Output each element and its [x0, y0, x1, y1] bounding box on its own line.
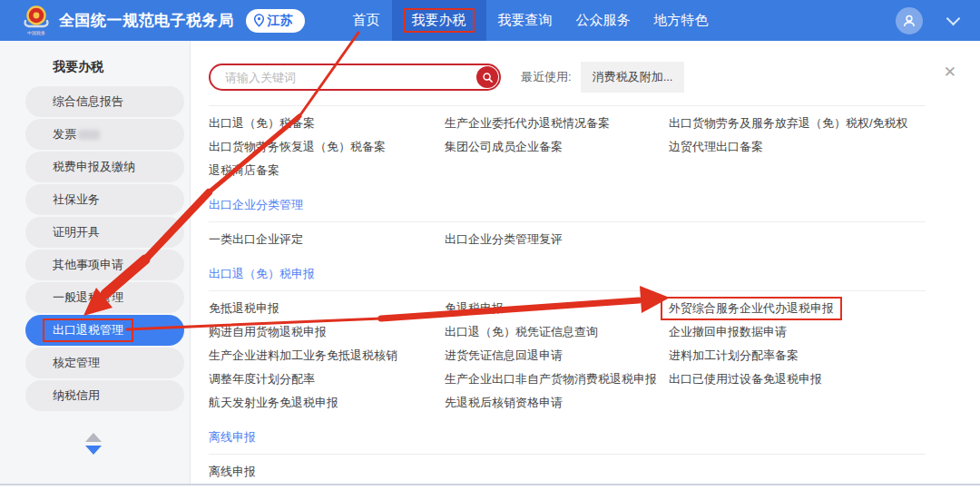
service-link-row: 退税商店备案	[209, 159, 926, 182]
search-input[interactable]	[223, 70, 445, 85]
service-link-cell: 出口已使用过设备免退税申报	[669, 368, 926, 391]
service-link[interactable]: 航天发射业务免退税申报	[209, 395, 338, 411]
sidebar-item-label: 证明开具	[53, 224, 100, 240]
service-link-cell: 免退税申报	[445, 297, 669, 320]
sidebar-title: 我要办税	[0, 59, 190, 75]
service-link[interactable]: 免退税申报	[445, 300, 504, 317]
service-link-row: 生产企业进料加工业务免抵退税核销进货凭证信息回退申请进料加工计划分配率备案	[209, 344, 926, 368]
page-body: 我要办税 综合信息报告发票税费申报及缴纳社保业务证明开具其他事项申请一般退税管理…	[0, 41, 980, 484]
service-link-row: 免抵退税申报免退税申报外贸综合服务企业代办退税申报	[209, 297, 926, 320]
service-link[interactable]: 出口货物劳务恢复退（免）税备案	[209, 139, 386, 155]
service-link-cell: 进料加工计划分配率备案	[669, 344, 926, 368]
tax-bureau-window: 中国税务 全国统一规范电子税务局 江苏 首页我要办税我要查询公众服务地方特色 我…	[0, 0, 980, 490]
service-link[interactable]: 边贸代理出口备案	[669, 139, 763, 155]
nav-item[interactable]: 首页	[341, 0, 392, 41]
sidebar-item-label: 发票	[53, 126, 76, 142]
service-link[interactable]: 生产企业进料加工业务免抵退税核销	[209, 348, 397, 364]
service-link-cell: 出口退（免）税备案	[209, 112, 445, 135]
recent-used-label: 最近使用:	[521, 69, 572, 85]
nav-item-label: 我要办税	[404, 8, 475, 33]
service-link-cell: 外贸综合服务企业代办退税申报	[669, 297, 926, 320]
service-groups: 出口退（免）税备案生产企业委托代办退税情况备案出口货物劳务及服务放弃退（免）税权…	[209, 105, 926, 484]
sidebar-item[interactable]: 发票	[25, 119, 184, 150]
recent-item-button[interactable]: 消费税及附加...	[581, 62, 685, 93]
service-link-row: 离线申报	[209, 460, 926, 484]
divider	[209, 221, 926, 222]
sidebar-item[interactable]: 纳税信用	[25, 380, 184, 411]
service-link[interactable]: 先退税后核销资格申请	[445, 395, 563, 411]
service-link[interactable]: 退税商店备案	[209, 162, 279, 179]
location-pin-icon	[253, 14, 265, 27]
sidebar-item[interactable]: 社保业务	[25, 184, 184, 215]
nav-item[interactable]: 地方特色	[642, 0, 720, 41]
search-box[interactable]	[209, 64, 501, 91]
region-badge[interactable]: 江苏	[246, 9, 305, 33]
service-link[interactable]: 进货凭证信息回退申请	[445, 348, 563, 364]
service-link[interactable]: 调整年度计划分配率	[209, 371, 315, 387]
service-link[interactable]: 出口已使用过设备免退税申报	[669, 371, 822, 387]
sidebar-item[interactable]: 综合信息报告	[25, 86, 184, 117]
service-link-cell: 集团公司成员企业备案	[445, 135, 669, 159]
service-link[interactable]: 集团公司成员企业备案	[445, 139, 563, 155]
service-link-row: 一类出口企业评定出口企业分类管理复评	[209, 228, 926, 251]
sidebar-item[interactable]: 核定管理	[25, 348, 184, 378]
service-link[interactable]: 生产企业出口非自产货物消费税退税申报	[445, 371, 657, 387]
sidebar-item[interactable]: 一般退税管理	[25, 282, 184, 313]
scroll-down-icon[interactable]	[85, 446, 102, 455]
sidebar-item[interactable]: 其他事项申请	[25, 250, 184, 280]
nav-item[interactable]: 公众服务	[564, 0, 642, 41]
group-header: 出口退（免）税申报	[209, 266, 926, 282]
sidebar-item-label: 纳税信用	[53, 387, 100, 404]
nav-item[interactable]: 我要查询	[486, 0, 564, 41]
service-link[interactable]: 生产企业委托代办退税情况备案	[445, 115, 610, 132]
service-link[interactable]: 离线申报	[209, 464, 256, 480]
scroll-up-icon[interactable]	[85, 433, 102, 442]
service-link-cell: 航天发射业务免退税申报	[209, 391, 445, 415]
chevron-down-icon[interactable]	[946, 11, 961, 25]
service-link-cell: 生产企业委托代办退税情况备案	[445, 112, 669, 135]
service-link[interactable]: 出口货物劳务及服务放弃退（免）税权/免税权	[669, 115, 908, 132]
content-panel: 最近使用: 消费税及附加... 出口退（免）税备案生产企业委托代办退税情况备案出…	[191, 41, 980, 484]
service-link[interactable]: 进料加工计划分配率备案	[669, 348, 799, 364]
service-link[interactable]: 购进自用货物退税申报	[209, 324, 327, 340]
search-button[interactable]	[476, 66, 498, 88]
divider	[209, 290, 926, 291]
topbar-nav: 首页我要办税我要查询公众服务地方特色	[341, 0, 720, 41]
service-link-cell: 调整年度计划分配率	[209, 368, 445, 391]
service-link[interactable]: 出口企业分类管理复评	[445, 231, 563, 248]
service-link-cell: 出口货物劳务及服务放弃退（免）税权/免税权	[669, 112, 926, 135]
service-link-row: 调整年度计划分配率生产企业出口非自产货物消费税退税申报出口已使用过设备免退税申报	[209, 368, 926, 391]
service-link-cell: 先退税后核销资格申请	[445, 391, 669, 415]
sidebar-item[interactable]: 证明开具	[25, 217, 184, 248]
sidebar-item[interactable]: 税费申报及缴纳	[25, 152, 184, 182]
logo-caption: 中国税务	[27, 31, 45, 35]
nav-item-label: 我要查询	[498, 12, 553, 29]
sidebar-items: 综合信息报告发票税费申报及缴纳社保业务证明开具其他事项申请一般退税管理出口退税管…	[0, 86, 190, 411]
divider	[209, 105, 926, 106]
search-row: 最近使用: 消费税及附加...	[209, 62, 926, 93]
service-link[interactable]: 出口退（免）税凭证信息查询	[445, 324, 598, 340]
service-link-row: 出口货物劳务恢复退（免）税备案集团公司成员企业备案边贸代理出口备案	[209, 135, 926, 159]
service-link[interactable]: 一类出口企业评定	[209, 231, 303, 248]
service-link-cell: 生产企业进料加工业务免抵退税核销	[209, 344, 445, 368]
close-icon[interactable]: ✕	[944, 64, 956, 80]
sidebar-item-label: 社保业务	[53, 191, 100, 208]
tax-emblem-icon: 中国税务	[22, 5, 51, 38]
nav-item-label: 首页	[353, 12, 380, 29]
nav-item-label: 地方特色	[654, 12, 709, 29]
user-avatar[interactable]	[896, 7, 923, 34]
service-link[interactable]: 免抵退税申报	[209, 300, 279, 317]
service-link[interactable]: 外贸综合服务企业代办退税申报	[661, 297, 842, 320]
service-link-cell: 离线申报	[209, 460, 445, 484]
service-link[interactable]: 出口退（免）税备案	[209, 115, 315, 132]
sidebar-item[interactable]: 出口退税管理	[25, 315, 184, 346]
topbar: 中国税务 全国统一规范电子税务局 江苏 首页我要办税我要查询公众服务地方特色	[0, 0, 980, 41]
service-link-cell: 一类出口企业评定	[209, 228, 445, 251]
service-link-cell: 出口退（免）税凭证信息查询	[445, 320, 669, 344]
service-link-row: 航天发射业务免退税申报先退税后核销资格申请	[209, 391, 926, 415]
service-link[interactable]: 企业撤回申报数据申请	[669, 324, 787, 340]
person-icon	[902, 14, 916, 28]
service-link-cell: 免抵退税申报	[209, 297, 445, 320]
service-link-cell: 进货凭证信息回退申请	[445, 344, 669, 368]
nav-item[interactable]: 我要办税	[392, 0, 486, 41]
